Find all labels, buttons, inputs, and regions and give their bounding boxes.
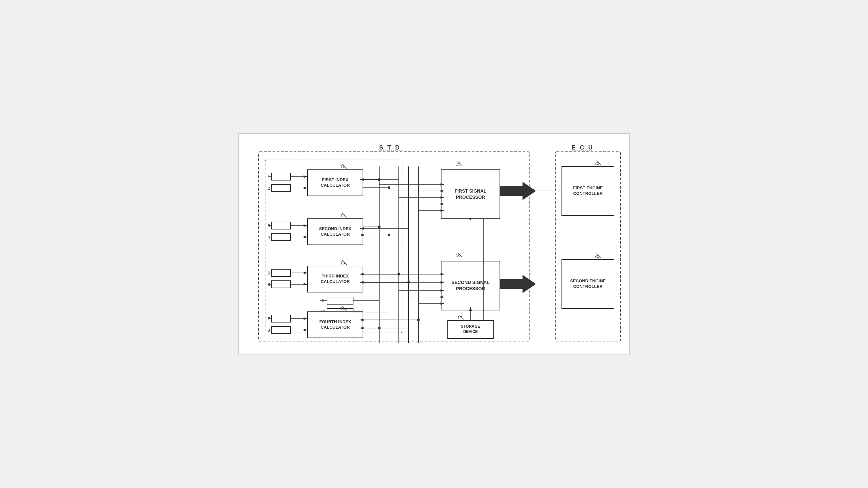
first-signal-proc-block: FIRST SIGNAL PROCESSOR (441, 170, 500, 219)
svg-marker-146 (500, 275, 536, 293)
svg-marker-31 (304, 271, 308, 274)
svg-rect-32 (272, 281, 290, 288)
svg-marker-21 (304, 224, 308, 227)
first-signal-proc-label: FIRST SIGNAL PROCESSOR (455, 188, 486, 200)
svg-text:S T D: S T D (379, 144, 401, 151)
svg-text:12: 12 (340, 213, 345, 218)
svg-text:16: 16 (456, 253, 460, 258)
svg-rect-7 (272, 173, 290, 180)
second-engine-ctrl-block: SECOND ENGINE CONTROLLER (562, 259, 614, 309)
fourth-index-calc-block: FOURTH INDEX CALCULATOR (308, 312, 363, 338)
svg-marker-41 (304, 317, 308, 320)
second-index-calc-block: SECOND INDEX CALCULATOR (308, 219, 363, 245)
svg-rect-27 (272, 269, 290, 277)
second-signal-proc-label: SECOND SIGNAL PROCESSOR (452, 280, 490, 291)
svg-text:15: 15 (456, 162, 460, 167)
svg-rect-12 (272, 184, 290, 192)
first-engine-ctrl-label: FIRST ENGINE CONTROLLER (573, 185, 602, 197)
second-engine-ctrl-label: SECOND ENGINE CONTROLLER (570, 279, 606, 290)
third-index-calc-block: THIRD INDEX CALCULATOR (308, 266, 363, 292)
first-index-calc-block: FIRST INDEX CALCULATOR (308, 170, 363, 196)
first-index-calc-label: FIRST INDEX CALCULATOR (320, 177, 349, 188)
svg-text:17: 17 (458, 315, 462, 320)
svg-point-88 (388, 186, 390, 189)
svg-rect-47 (327, 297, 353, 304)
diagram-container: S T D E C U 1 2 3 4 5 (238, 133, 630, 355)
svg-point-100 (378, 226, 380, 228)
fourth-index-calc-label: FOURTH INDEX CALCULATOR (319, 319, 351, 331)
first-engine-ctrl-block: FIRST ENGINE CONTROLLER (562, 167, 614, 216)
svg-point-108 (417, 319, 420, 321)
svg-text:14: 14 (340, 306, 345, 311)
second-index-calc-label: SECOND INDEX CALCULATOR (319, 226, 351, 237)
svg-rect-17 (272, 222, 290, 229)
svg-text:13: 13 (340, 260, 345, 265)
storage-device-block: STORAGE DEVICE (448, 320, 493, 339)
svg-marker-16 (304, 187, 308, 189)
svg-rect-37 (272, 315, 290, 322)
svg-marker-26 (304, 236, 308, 238)
svg-text:E C U: E C U (571, 144, 594, 151)
svg-marker-144 (500, 182, 536, 200)
svg-marker-11 (304, 175, 308, 178)
svg-marker-46 (304, 329, 308, 331)
svg-text:30: 30 (594, 254, 599, 259)
svg-text:11: 11 (340, 164, 345, 169)
second-signal-proc-block: SECOND SIGNAL PROCESSOR (441, 261, 500, 310)
svg-rect-42 (272, 326, 290, 334)
third-index-calc-label: THIRD INDEX CALCULATOR (320, 274, 349, 285)
storage-device-label: STORAGE DEVICE (461, 324, 480, 334)
svg-rect-22 (272, 233, 290, 240)
svg-text:20: 20 (594, 161, 599, 166)
svg-marker-36 (304, 283, 308, 286)
